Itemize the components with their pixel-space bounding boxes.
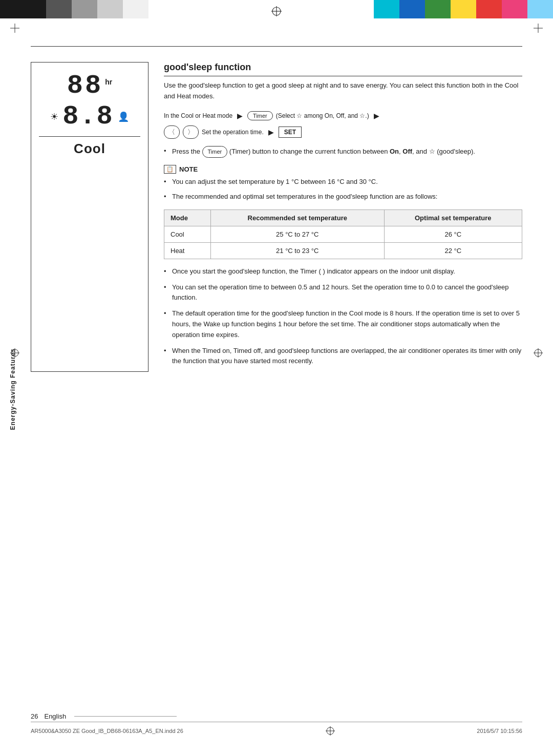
lcd-top-row: 88 hr (67, 73, 112, 99)
content-row: 88 hr ☀ 8.8 👤 Cool good'sleep function U… (31, 62, 522, 372)
page-number: 26 (31, 712, 38, 720)
lcd-digits-bottom: 8.8 (62, 103, 114, 130)
chevron-right-icon: 〉 (187, 128, 194, 137)
bottom-bullet-item: Once you start the good'sleep function, … (164, 266, 522, 277)
lcd-icons-row: ☀ 8.8 👤 (50, 103, 129, 130)
reg-mark-tr (534, 24, 543, 34)
timer-btn-inline: Timer (202, 146, 228, 158)
right-content: good'sleep function Use the good'sleep f… (164, 62, 522, 372)
bar-pink (502, 0, 527, 18)
bar-ltblue (527, 0, 553, 18)
temperature-table: ModeRecommended set temperatureOptimal s… (164, 209, 522, 259)
lcd-sun-left-icon: ☀ (50, 111, 58, 122)
bar-green (425, 0, 451, 18)
chevron-left-icon: 〈 (168, 128, 175, 137)
side-label: Energy-Saving Features (9, 348, 16, 430)
bottom-bullets: Once you start the good'sleep function, … (164, 266, 522, 367)
bar-yellow (451, 0, 476, 18)
bottom-bullet-item: When the Timed on, Timed off, and good's… (164, 346, 522, 367)
top-color-bar (0, 0, 553, 18)
set-button-diagram: SET (279, 127, 302, 138)
lcd-mode-text: Cool (74, 141, 105, 157)
bar-red (476, 0, 502, 18)
section-title: good'sleep function (164, 62, 522, 76)
bullet-timer: Press the Timer (Timer) button to change… (164, 146, 522, 158)
note-icon: 📋 (164, 165, 176, 174)
flow-select-text: (Select ☆ among On, Off, and ☆.) (276, 112, 369, 119)
bar-black2 (46, 0, 72, 18)
table-body: Cool25 °C to 27 °C26 °CHeat21 °C to 23 °… (164, 226, 522, 259)
lcd-digits-top: 88 (67, 73, 103, 99)
table-header-row: ModeRecommended set temperatureOptimal s… (164, 209, 522, 226)
footer-left-text: AR5000&A3050 ZE Good_IB_DB68-06163A_A5_E… (31, 728, 183, 734)
note-bullet-1: You can adjust the set temperature by 1 … (164, 177, 522, 187)
note-bullet-2: The recommended and optimal set temperat… (164, 192, 522, 202)
bar-cyan (374, 0, 399, 18)
flow-step1-text: In the Cool or Heat mode (164, 112, 232, 119)
flow-diagram-row1: In the Cool or Heat mode ▶ Timer (Select… (164, 111, 522, 120)
reg-mark-tl (10, 24, 19, 34)
reg-mark-right (534, 348, 543, 359)
page-number-area: 26 English (31, 712, 177, 720)
flow-arrow1: ▶ (237, 112, 243, 120)
reg-mark-left (10, 348, 19, 359)
page-rule (74, 716, 177, 717)
table-row: Cool25 °C to 27 °C26 °C (164, 226, 522, 242)
flow-arrow2: ▶ (374, 112, 379, 120)
top-rule (31, 46, 522, 47)
footer: AR5000&A3050 ZE Good_IB_DB68-06163A_A5_E… (31, 722, 522, 736)
page-label: English (44, 712, 66, 720)
note-header: 📋 NOTE (164, 165, 522, 174)
note-section: 📋 NOTE You can adjust the set temperatur… (164, 165, 522, 202)
table-row: Heat21 °C to 23 °C22 °C (164, 242, 522, 259)
footer-right-text: 2016/5/7 10:15:56 (477, 728, 522, 734)
lcd-display-box: 88 hr ☀ 8.8 👤 Cool (31, 62, 148, 372)
note-label: NOTE (179, 165, 198, 173)
reg-mark-bottom-center (326, 726, 335, 736)
bar-gray (72, 0, 97, 18)
lcd-hr-label: hr (105, 78, 112, 86)
bar-lgray (97, 0, 123, 18)
bottom-bullet-item: You can set the operation time to betwee… (164, 282, 522, 304)
timer-button-diagram: Timer (247, 111, 273, 120)
lcd-person-icon: 👤 (118, 111, 129, 122)
flow-step2-text: Set the operation time. (202, 129, 264, 136)
nav-btn-right: 〉 (183, 125, 199, 139)
reg-mark-top-center (271, 6, 282, 18)
bar-white (123, 0, 148, 18)
flow-diagram-row2: 〈 〉 Set the operation time. ▶ SET (164, 125, 522, 139)
bar-black1 (0, 0, 46, 18)
intro-text: Use the good'sleep function to get a goo… (164, 80, 522, 102)
main-content: 88 hr ☀ 8.8 👤 Cool good'sleep function U… (31, 46, 522, 705)
lcd-divider (39, 136, 140, 137)
flow-arrow3: ▶ (268, 128, 274, 136)
nav-btn-left: 〈 (164, 125, 180, 139)
bottom-bullet-item: The default operation time for the good'… (164, 308, 522, 340)
bar-blue (399, 0, 425, 18)
